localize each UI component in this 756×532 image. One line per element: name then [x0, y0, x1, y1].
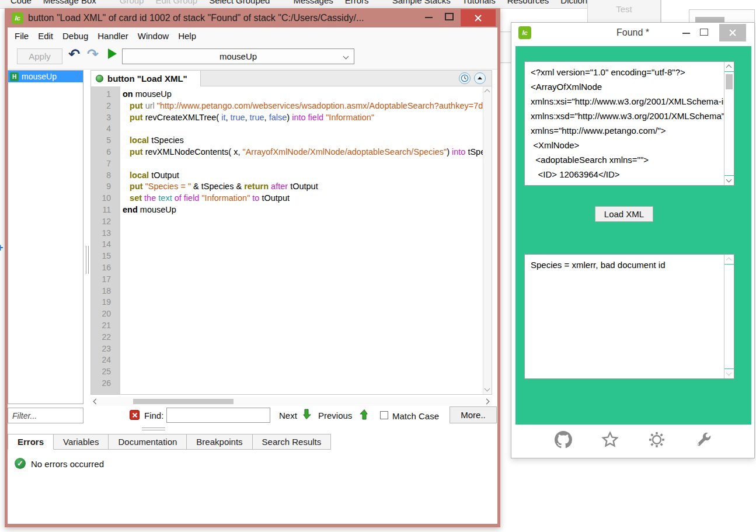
- script-editor-titlebar[interactable]: lc button "Load XML" of card id 1002 of …: [5, 8, 500, 27]
- code-line[interactable]: 17: [91, 274, 483, 286]
- code-line[interactable]: 18: [91, 286, 483, 297]
- background-menu-item-message-box[interactable]: Message Box: [43, 0, 96, 5]
- close-button[interactable]: [461, 9, 496, 26]
- menu-handler[interactable]: Handler: [97, 31, 128, 41]
- code-line[interactable]: 15: [91, 251, 483, 262]
- code-line[interactable]: 2 put url "http://www.petango.com/webser…: [91, 100, 483, 112]
- wrench-icon[interactable]: [694, 430, 713, 449]
- code-line[interactable]: 16: [91, 262, 483, 274]
- code-line[interactable]: 8 local tOutput: [91, 170, 483, 182]
- tab-errors[interactable]: Errors: [8, 434, 54, 450]
- background-menu-item-sample-stacks[interactable]: Sample Stacks: [392, 0, 451, 5]
- find-previous-button[interactable]: Previous: [318, 411, 352, 420]
- scroll-down-icon[interactable]: [726, 177, 732, 183]
- code-line[interactable]: 3 put revCreateXMLTree( it, true, true, …: [91, 112, 483, 124]
- find-next-button[interactable]: Next: [279, 411, 297, 420]
- code-line[interactable]: 6 put revXMLNodeContents( x, "ArrayofXml…: [91, 147, 483, 158]
- code-line[interactable]: 10 set the text of field "Information" t…: [91, 193, 483, 204]
- background-menu-item-resources[interactable]: Resources: [507, 0, 549, 5]
- code-line[interactable]: 24: [91, 354, 483, 366]
- apply-button[interactable]: Apply: [17, 48, 62, 64]
- background-menu-item-tutorials[interactable]: Tutorials: [462, 0, 496, 5]
- code-horizontal-scrollbar[interactable]: [90, 397, 492, 406]
- background-menu-item-select-grouped[interactable]: Select Grouped: [209, 0, 270, 5]
- background-menu-item-edit-group: Edit Group: [155, 0, 197, 5]
- code-line[interactable]: 11end mouseUp: [91, 204, 483, 216]
- redo-icon[interactable]: ↷: [87, 46, 99, 62]
- code-line[interactable]: 5 local tSpecies: [91, 135, 483, 147]
- minimize-icon[interactable]: [682, 33, 690, 34]
- arrow-down-icon[interactable]: [302, 409, 311, 422]
- code-line[interactable]: 25: [91, 366, 483, 378]
- run-icon[interactable]: [108, 48, 117, 59]
- minimize-icon[interactable]: [425, 17, 433, 18]
- handler-list-item[interactable]: HmouseUp: [8, 71, 83, 82]
- code-line[interactable]: 23: [91, 343, 483, 355]
- code-line[interactable]: 26: [91, 378, 483, 390]
- vertical-splitter[interactable]: [85, 246, 90, 274]
- maximize-icon[interactable]: [445, 13, 454, 20]
- collapse-icon[interactable]: [474, 72, 486, 84]
- background-menu-item-errors[interactable]: Errors: [345, 0, 369, 5]
- code-tab[interactable]: button "Load XML": [91, 71, 201, 86]
- scrollbar-thumb[interactable]: [726, 74, 733, 89]
- load-xml-button[interactable]: Load XML: [595, 206, 653, 222]
- tab-search-results[interactable]: Search Results: [253, 434, 332, 450]
- code-line[interactable]: 21: [91, 320, 483, 332]
- scrollbar-thumb[interactable]: [133, 399, 234, 404]
- menu-debug[interactable]: Debug: [62, 31, 88, 41]
- code-line[interactable]: 12: [91, 216, 483, 228]
- code-editor[interactable]: 1on mouseUp2 put url "http://www.petango…: [91, 86, 492, 394]
- scroll-right-icon[interactable]: [484, 399, 490, 405]
- scroll-up-icon[interactable]: [726, 258, 732, 263]
- output-field[interactable]: Species = xmlerr, bad document id: [524, 254, 734, 379]
- star-icon[interactable]: [601, 430, 619, 449]
- menu-window[interactable]: Window: [138, 31, 169, 41]
- handler-dropdown[interactable]: mouseUp: [122, 48, 354, 64]
- code-text: [116, 286, 123, 297]
- field-scrollbar[interactable]: [724, 255, 734, 378]
- code-line[interactable]: 19: [91, 297, 483, 308]
- information-field[interactable]: <?xml version="1.0" encoding="utf-8"?><A…: [524, 61, 734, 186]
- code-line[interactable]: 4: [91, 123, 483, 135]
- tab-breakpoints[interactable]: Breakpoints: [187, 434, 252, 450]
- code-line[interactable]: 7: [91, 158, 483, 170]
- code-line[interactable]: 20: [91, 308, 483, 320]
- more-button[interactable]: More..: [450, 406, 497, 423]
- handler-filter-input[interactable]: Filter...: [8, 408, 83, 423]
- background-menu-item-code[interactable]: Code: [11, 0, 32, 5]
- scroll-down-icon[interactable]: [485, 386, 490, 392]
- tab-variables[interactable]: Variables: [54, 434, 109, 450]
- code-line[interactable]: 9 put "Species = " & tSpecies & return a…: [91, 181, 483, 193]
- menu-file[interactable]: File: [15, 31, 29, 41]
- field-scrollbar[interactable]: [724, 62, 734, 185]
- scroll-left-icon[interactable]: [93, 399, 99, 405]
- close-find-button[interactable]: [130, 410, 140, 420]
- horizontal-splitter[interactable]: [142, 427, 165, 432]
- tab-documentation[interactable]: Documentation: [109, 434, 187, 450]
- code-vertical-scrollbar[interactable]: [483, 86, 492, 394]
- github-icon[interactable]: [554, 430, 573, 449]
- scroll-up-icon[interactable]: [726, 65, 732, 71]
- maximize-icon[interactable]: [700, 29, 708, 36]
- match-case-checkbox[interactable]: [380, 411, 388, 419]
- history-clock-icon[interactable]: [459, 72, 471, 84]
- scroll-down-icon[interactable]: [726, 370, 732, 376]
- close-button[interactable]: [719, 24, 746, 41]
- settings-sun-icon[interactable]: [647, 430, 666, 449]
- found-titlebar[interactable]: lc Found *: [511, 23, 754, 43]
- code-tab-label: button "Load XML": [107, 74, 187, 84]
- code-line[interactable]: 22: [91, 332, 483, 343]
- arrow-up-icon[interactable]: [360, 409, 369, 422]
- find-input[interactable]: [166, 408, 270, 423]
- menu-help[interactable]: Help: [178, 31, 196, 41]
- line-number: 10: [91, 193, 116, 204]
- undo-icon[interactable]: ↶: [68, 46, 80, 62]
- line-number: 21: [91, 320, 116, 332]
- code-line[interactable]: 14: [91, 239, 483, 251]
- background-menu-item-messages[interactable]: Messages: [293, 0, 333, 5]
- code-line[interactable]: 13: [91, 228, 483, 239]
- scroll-up-icon[interactable]: [485, 89, 490, 95]
- code-line[interactable]: 1on mouseUp: [91, 89, 483, 100]
- menu-edit[interactable]: Edit: [38, 31, 53, 41]
